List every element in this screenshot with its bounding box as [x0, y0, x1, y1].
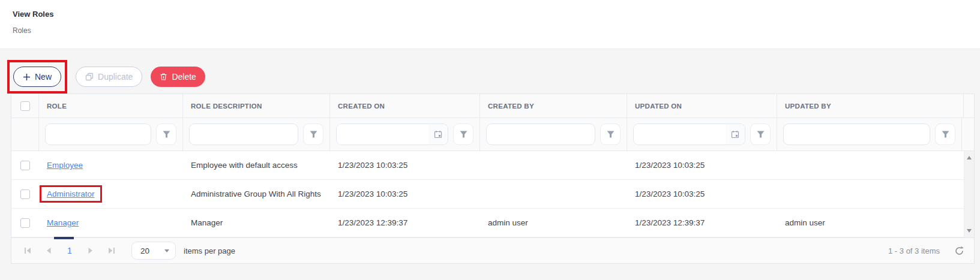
duplicate-button[interactable]: Duplicate — [76, 67, 142, 87]
funnel-icon — [460, 131, 467, 138]
refresh-icon — [954, 246, 964, 256]
chevron-down-icon — [164, 249, 169, 252]
breadcrumb[interactable]: Roles — [13, 26, 980, 35]
toolbar: New Duplicate Delete — [0, 60, 980, 94]
page-number-current[interactable]: 1 — [63, 246, 76, 255]
cell-updated-on: 1/23/2023 10:03:25 — [627, 161, 777, 170]
page-size-value: 20 — [140, 246, 149, 255]
funnel-icon — [163, 131, 170, 138]
select-all-cell — [11, 94, 39, 118]
updated-on-filter-input[interactable] — [634, 124, 726, 144]
filter-cell-created-on — [330, 118, 480, 150]
last-page-button[interactable] — [105, 244, 118, 257]
filter-cell-updated-on — [627, 118, 777, 150]
pager: 1 20 items per page 1 - 3 of 3 items — [11, 237, 974, 263]
cell-created-on: 1/23/2023 10:03:25 — [330, 189, 480, 198]
filter-cell-description — [183, 118, 330, 150]
next-page-button[interactable] — [84, 244, 97, 257]
cell-updated-on: 1/23/2023 12:39:37 — [627, 218, 777, 227]
created-by-filter-input[interactable] — [486, 124, 595, 145]
column-header-created-on[interactable]: CREATED ON — [330, 94, 480, 118]
row-checkbox[interactable] — [20, 218, 30, 228]
new-button[interactable]: New — [13, 67, 61, 87]
filter-cell-updated-by — [777, 118, 962, 150]
cell-description: Employee with default access — [183, 161, 330, 170]
item-range-label: 1 - 3 of 3 items — [888, 246, 940, 255]
table-row-employee: Employee Employee with default access 1/… — [11, 151, 974, 180]
column-header-updated-on[interactable]: UPDATED ON — [627, 94, 777, 118]
previous-page-button[interactable] — [42, 244, 55, 257]
pager-nav: 1 — [21, 244, 118, 257]
funnel-icon — [607, 131, 615, 138]
vertical-scrollbar[interactable] — [964, 151, 974, 237]
cell-updated-by: admin user — [777, 218, 963, 227]
cell-description: Administrative Group With All Rights — [183, 189, 330, 198]
row-checkbox[interactable] — [20, 161, 30, 170]
description-filter-button[interactable] — [303, 124, 323, 145]
funnel-icon — [757, 131, 765, 138]
created-on-datepicker-button[interactable] — [428, 124, 448, 144]
items-per-page-label: items per page — [184, 246, 235, 255]
table-row-administrator: Administrator Administrative Group With … — [11, 180, 974, 209]
column-header-role[interactable]: ROLE — [39, 94, 183, 118]
page-size-dropdown[interactable]: 20 — [131, 242, 176, 260]
roles-grid: ROLE ROLE DESCRIPTION CREATED ON CREATED… — [11, 94, 975, 264]
page-title: View Roles — [13, 10, 980, 19]
role-filter-input[interactable] — [45, 124, 151, 145]
scroll-down-icon[interactable] — [967, 229, 972, 233]
row-checkbox[interactable] — [20, 189, 30, 199]
filter-cell-empty — [11, 118, 39, 150]
grid-filter-row — [11, 118, 974, 151]
funnel-icon — [310, 131, 317, 138]
filter-cell-created-by — [480, 118, 627, 150]
page-header: View Roles Roles — [0, 0, 980, 49]
created-on-filter-button[interactable] — [453, 124, 473, 145]
header-scroll-spacer — [964, 94, 974, 118]
delete-button-label: Delete — [172, 72, 196, 82]
role-link-manager[interactable]: Manager — [47, 218, 79, 227]
created-by-filter-button[interactable] — [600, 124, 621, 145]
first-page-button[interactable] — [21, 244, 34, 257]
filter-cell-role — [39, 118, 183, 150]
updated-on-filter-button[interactable] — [750, 124, 771, 145]
refresh-button[interactable] — [954, 246, 964, 256]
annotation-highlight-administrator: Administrator — [40, 185, 102, 203]
delete-button[interactable]: Delete — [151, 67, 205, 87]
new-button-label: New — [35, 72, 52, 82]
table-row-manager: Manager Manager 1/23/2023 12:39:37 admin… — [11, 209, 974, 237]
column-header-updated-by[interactable]: UPDATED BY — [777, 94, 964, 118]
grid-body: Employee Employee with default access 1/… — [11, 151, 974, 237]
calendar-icon — [434, 130, 442, 139]
column-header-role-description[interactable]: ROLE DESCRIPTION — [183, 94, 330, 118]
annotation-highlight-new: New — [7, 60, 67, 94]
cell-created-by: admin user — [480, 218, 627, 227]
grid-header-row: ROLE ROLE DESCRIPTION CREATED ON CREATED… — [11, 94, 974, 118]
role-filter-button[interactable] — [156, 124, 176, 145]
plus-icon — [23, 73, 31, 81]
copy-icon — [85, 73, 94, 81]
created-on-filter-input[interactable] — [337, 124, 428, 144]
funnel-icon — [942, 131, 949, 138]
role-link-employee[interactable]: Employee — [47, 161, 83, 170]
column-header-created-by[interactable]: CREATED BY — [480, 94, 627, 118]
focus-indicator-bar — [54, 237, 74, 239]
content-area: New Duplicate Delete ROLE ROLE DESCRIPTI… — [0, 49, 980, 264]
updated-by-filter-button[interactable] — [935, 124, 955, 145]
cell-description: Manager — [183, 218, 330, 227]
scroll-up-icon[interactable] — [967, 156, 972, 159]
description-filter-input[interactable] — [189, 124, 298, 145]
role-link-administrator[interactable]: Administrator — [47, 189, 95, 198]
updated-on-datepicker-button[interactable] — [726, 124, 745, 144]
cell-created-on: 1/23/2023 10:03:25 — [330, 161, 480, 170]
select-all-checkbox[interactable] — [20, 101, 30, 111]
trash-icon — [160, 73, 167, 81]
cell-created-on: 1/23/2023 12:39:37 — [330, 218, 480, 227]
filter-scroll-spacer — [962, 118, 974, 150]
calendar-icon — [731, 130, 739, 139]
cell-updated-on: 1/23/2023 10:03:25 — [627, 189, 777, 198]
updated-by-filter-input[interactable] — [783, 124, 930, 145]
duplicate-button-label: Duplicate — [98, 72, 133, 82]
